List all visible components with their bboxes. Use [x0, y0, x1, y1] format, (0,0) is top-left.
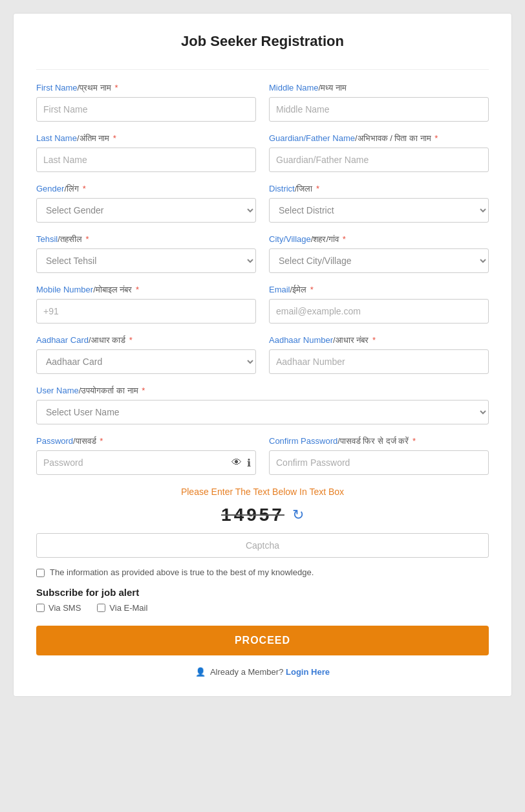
mobile-input[interactable] — [36, 299, 256, 324]
subscribe-email-option: Via E-Mail — [97, 603, 147, 613]
divider — [36, 69, 489, 70]
middle-name-label: Middle Name/मध्य नाम — [269, 83, 489, 93]
guardian-name-group: Guardian/Father Name/अभिभावक / पिता का न… — [269, 133, 489, 172]
email-input[interactable] — [269, 299, 489, 324]
city-village-group: City/Village/शहर/गांव * Select City/Vill… — [269, 234, 489, 273]
row-name: First Name/प्रथम नाम * Middle Name/मध्य … — [36, 83, 489, 122]
row-aadhaar: Aadhaar Card/आधार कार्ड * Aadhaar Card A… — [36, 335, 489, 374]
password-input[interactable] — [36, 450, 256, 475]
aadhaar-number-group: Aadhaar Number/आधार नंबर * — [269, 335, 489, 374]
aadhaar-card-group: Aadhaar Card/आधार कार्ड * Aadhaar Card — [36, 335, 256, 374]
mobile-group: Mobile Number/मोबाइल नंबर * — [36, 285, 256, 324]
terms-row: The information as provided above is tru… — [36, 567, 489, 577]
row-password: Password/पासवर्ड * 👁 ℹ Confirm Password/… — [36, 436, 489, 475]
subscribe-title: Subscribe for job alert — [36, 587, 489, 598]
password-label: Password/पासवर्ड * — [36, 436, 256, 446]
district-group: District/जिला * Select District — [269, 184, 489, 223]
aadhaar-card-select[interactable]: Aadhaar Card — [36, 349, 256, 374]
subscribe-email-checkbox[interactable] — [97, 604, 105, 612]
gender-select[interactable]: Select Gender Male Female Other — [36, 198, 256, 223]
confirm-password-group: Confirm Password/पासवर्ड फिर से दर्ज करे… — [269, 436, 489, 475]
username-group: User Name/उपयोगकर्ता का नाम * Select Use… — [36, 386, 489, 424]
login-link[interactable]: Login Here — [286, 667, 330, 677]
captcha-value: 14957 — [221, 505, 284, 525]
middle-name-input[interactable] — [269, 97, 489, 122]
email-label: Email/ईमेल * — [269, 285, 489, 295]
first-name-label: First Name/प्रथम नाम * — [36, 83, 256, 93]
last-name-label: Last Name/अंतिम नाम * — [36, 133, 256, 144]
registration-form: Job Seeker Registration First Name/प्रथम… — [13, 13, 512, 697]
page-title: Job Seeker Registration — [36, 33, 489, 50]
district-label: District/जिला * — [269, 184, 489, 194]
row-last-guardian: Last Name/अंतिम नाम * Guardian/Father Na… — [36, 133, 489, 172]
tehsil-select[interactable]: Select Tehsil — [36, 248, 256, 273]
gender-group: Gender/लिंग * Select Gender Male Female … — [36, 184, 256, 223]
last-name-group: Last Name/अंतिम नाम * — [36, 133, 256, 172]
captcha-input[interactable] — [36, 533, 489, 558]
subscribe-sms-checkbox[interactable] — [36, 604, 45, 612]
middle-name-group: Middle Name/मध्य नाम — [269, 83, 489, 122]
username-label: User Name/उपयोगकर्ता का नाम * — [36, 386, 489, 396]
row-mobile-email: Mobile Number/मोबाइल नंबर * Email/ईमेल * — [36, 285, 489, 324]
last-name-input[interactable] — [36, 148, 256, 172]
row-gender-district: Gender/लिंग * Select Gender Male Female … — [36, 184, 489, 223]
info-icon[interactable]: ℹ — [247, 457, 251, 469]
eye-icon[interactable]: 👁 — [231, 457, 242, 468]
subscribe-sms-label: Via SMS — [48, 603, 81, 613]
mobile-label: Mobile Number/मोबाइल नंबर * — [36, 285, 256, 295]
person-icon: 👤 — [195, 667, 206, 677]
subscribe-section: Subscribe for job alert Via SMS Via E-Ma… — [36, 587, 489, 613]
city-village-label: City/Village/शहर/गांव * — [269, 234, 489, 245]
captcha-section: Please Enter The Text Below In Text Box … — [36, 487, 489, 558]
email-group: Email/ईमेल * — [269, 285, 489, 324]
password-icons: 👁 ℹ — [231, 457, 251, 469]
terms-checkbox[interactable] — [36, 569, 45, 577]
tehsil-label: Tehsil/तहसील * — [36, 234, 256, 245]
password-group: Password/पासवर्ड * 👁 ℹ — [36, 436, 256, 475]
aadhaar-number-label: Aadhaar Number/आधार नंबर * — [269, 335, 489, 346]
subscribe-options: Via SMS Via E-Mail — [36, 603, 489, 613]
gender-label: Gender/लिंग * — [36, 184, 256, 194]
subscribe-email-label: Via E-Mail — [109, 603, 147, 613]
aadhaar-card-label: Aadhaar Card/आधार कार्ड * — [36, 335, 256, 346]
proceed-button[interactable]: PROCEED — [36, 626, 489, 655]
city-village-select[interactable]: Select City/Village — [269, 248, 489, 273]
tehsil-group: Tehsil/तहसील * Select Tehsil — [36, 234, 256, 273]
refresh-icon[interactable]: ↻ — [292, 507, 304, 523]
confirm-password-input[interactable] — [269, 450, 489, 475]
first-name-input[interactable] — [36, 97, 256, 122]
terms-text: The information as provided above is tru… — [50, 567, 314, 577]
confirm-password-label: Confirm Password/पासवर्ड फिर से दर्ज करे… — [269, 436, 489, 446]
password-wrapper: 👁 ℹ — [36, 450, 256, 475]
first-name-group: First Name/प्रथम नाम * — [36, 83, 256, 122]
guardian-name-label: Guardian/Father Name/अभिभावक / पिता का न… — [269, 133, 489, 144]
row-username: User Name/उपयोगकर्ता का नाम * Select Use… — [36, 386, 489, 424]
district-select[interactable]: Select District — [269, 198, 489, 223]
subscribe-sms-option: Via SMS — [36, 603, 81, 613]
aadhaar-number-input[interactable] — [269, 349, 489, 374]
member-text: Already a Member? — [210, 667, 283, 677]
row-tehsil-city: Tehsil/तहसील * Select Tehsil City/Villag… — [36, 234, 489, 273]
username-select[interactable]: Select User Name — [36, 400, 489, 424]
captcha-display: 14957 ↻ — [36, 505, 489, 525]
guardian-name-input[interactable] — [269, 148, 489, 172]
member-link-section: 👤 Already a Member? Login Here — [36, 667, 489, 677]
captcha-instruction: Please Enter The Text Below In Text Box — [36, 487, 489, 497]
